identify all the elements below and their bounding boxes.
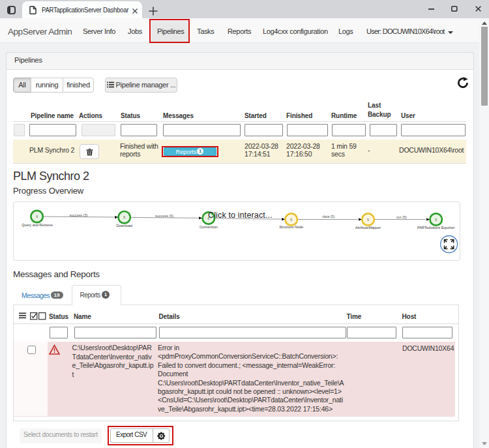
svg-text:success (5): success (5) xyxy=(69,213,87,217)
svg-text:data (5): data (5) xyxy=(323,215,335,218)
svg-text:out (5): out (5) xyxy=(396,215,407,219)
svg-text:5: 5 xyxy=(290,218,292,222)
svg-text:Conversion: Conversion xyxy=(200,225,218,229)
svg-text:Download: Download xyxy=(116,224,132,228)
svg-text:AttributeMapper: AttributeMapper xyxy=(355,226,381,230)
svg-text:5: 5 xyxy=(367,218,369,222)
svg-text:6: 6 xyxy=(36,215,38,218)
svg-text:Query and Retrieve: Query and Retrieve xyxy=(22,223,53,227)
svg-text:5: 5 xyxy=(435,218,437,222)
svg-text:PARTsolutions Exporter: PARTsolutions Exporter xyxy=(417,226,455,230)
svg-text:6: 6 xyxy=(123,215,125,219)
svg-text:success (5): success (5) xyxy=(155,214,173,218)
svg-text:Structure Node: Structure Node xyxy=(279,225,303,229)
